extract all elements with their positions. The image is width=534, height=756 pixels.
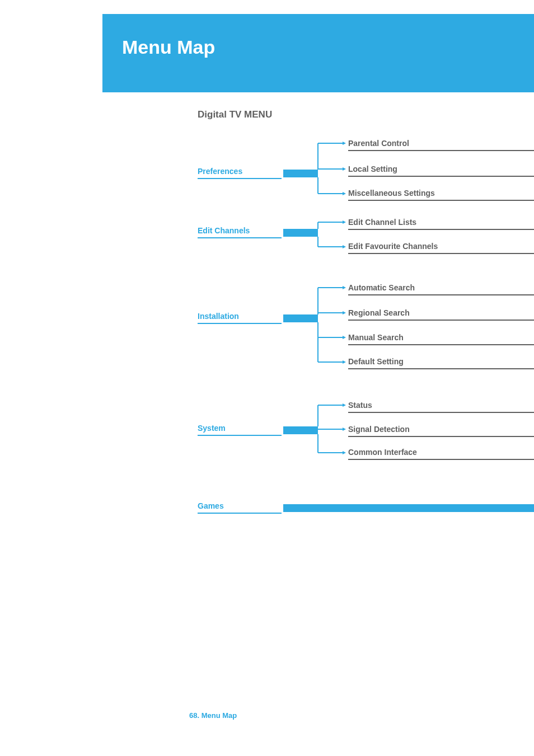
footer-page-number: 68. bbox=[189, 711, 199, 720]
sub-automatic-search: Automatic Search bbox=[348, 283, 534, 295]
category-installation: Installation bbox=[198, 312, 282, 324]
svg-marker-23 bbox=[343, 360, 346, 364]
section-title: Digital TV MENU bbox=[198, 109, 272, 120]
banner: Menu Map bbox=[102, 14, 534, 92]
category-games: Games bbox=[198, 501, 282, 514]
svg-marker-22 bbox=[343, 336, 346, 339]
bar-installation bbox=[283, 314, 318, 322]
svg-marker-20 bbox=[343, 286, 346, 289]
sub-miscellaneous-settings: Miscellaneous Settings bbox=[348, 189, 534, 201]
svg-marker-31 bbox=[343, 451, 346, 454]
sub-edit-favourite-channels: Edit Favourite Channels bbox=[348, 242, 534, 254]
bar-edit-channels bbox=[283, 229, 318, 237]
bar-games bbox=[283, 504, 534, 512]
branch-installation bbox=[318, 283, 352, 373]
sub-default-setting: Default Setting bbox=[348, 357, 534, 369]
category-system: System bbox=[198, 424, 282, 436]
sub-manual-search: Manual Search bbox=[348, 333, 534, 345]
branch-edit-channels bbox=[318, 218, 352, 257]
sub-local-setting: Local Setting bbox=[348, 165, 534, 177]
svg-marker-6 bbox=[343, 167, 346, 171]
page-title: Menu Map bbox=[122, 36, 215, 58]
svg-marker-29 bbox=[343, 403, 346, 407]
branch-system bbox=[318, 401, 352, 462]
footer: 68. Menu Map bbox=[189, 711, 237, 720]
sub-status: Status bbox=[348, 401, 534, 413]
category-preferences: Preferences bbox=[198, 167, 282, 179]
category-edit-channels: Edit Channels bbox=[198, 226, 282, 238]
page: Menu Map Digital TV MENU Preferences Edi… bbox=[0, 0, 534, 756]
sub-parental-control: Parental Control bbox=[348, 139, 534, 151]
sub-regional-search: Regional Search bbox=[348, 308, 534, 321]
bar-system bbox=[283, 426, 318, 434]
svg-marker-5 bbox=[343, 142, 346, 145]
svg-marker-21 bbox=[343, 311, 346, 314]
sub-signal-detection: Signal Detection bbox=[348, 425, 534, 437]
sub-common-interface: Common Interface bbox=[348, 448, 534, 460]
sub-edit-channel-lists: Edit Channel Lists bbox=[348, 218, 534, 230]
svg-marker-30 bbox=[343, 428, 346, 431]
branch-preferences bbox=[318, 139, 352, 206]
svg-marker-7 bbox=[343, 192, 346, 195]
svg-marker-13 bbox=[343, 245, 346, 248]
bar-preferences bbox=[283, 170, 318, 177]
footer-label: Menu Map bbox=[202, 711, 237, 720]
svg-marker-12 bbox=[343, 220, 346, 224]
